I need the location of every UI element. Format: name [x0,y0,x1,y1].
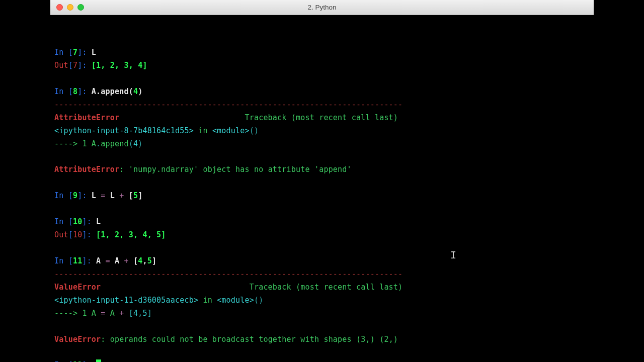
error-name: AttributeError [54,113,119,122]
traffic-lights [56,4,84,11]
in-prompt: In [54,256,68,265]
error-name: AttributeError [54,165,119,174]
error-divider: ----------------------------------------… [54,269,403,279]
terminal-cursor [96,359,101,362]
out-prompt: Out [54,230,68,239]
in-prompt: In [54,48,68,57]
terminal-window: 2. Python In [7]: L Out[7]: [1, 2, 3, 4]… [50,0,594,362]
error-name: ValueError [54,335,101,344]
close-icon[interactable] [56,4,63,11]
error-name: ValueError [54,283,101,292]
in-prompt: In [54,217,68,226]
out-prompt: Out [54,61,68,70]
zoom-icon[interactable] [77,4,84,11]
in-prompt: In [54,87,68,96]
terminal-body[interactable]: In [7]: L Out[7]: [1, 2, 3, 4] In [8]: A… [50,15,594,362]
window-title: 2. Python [307,4,336,11]
error-divider: ----------------------------------------… [54,100,403,109]
minimize-icon[interactable] [67,4,73,11]
in-prompt: In [54,191,68,200]
titlebar: 2. Python [50,0,594,15]
